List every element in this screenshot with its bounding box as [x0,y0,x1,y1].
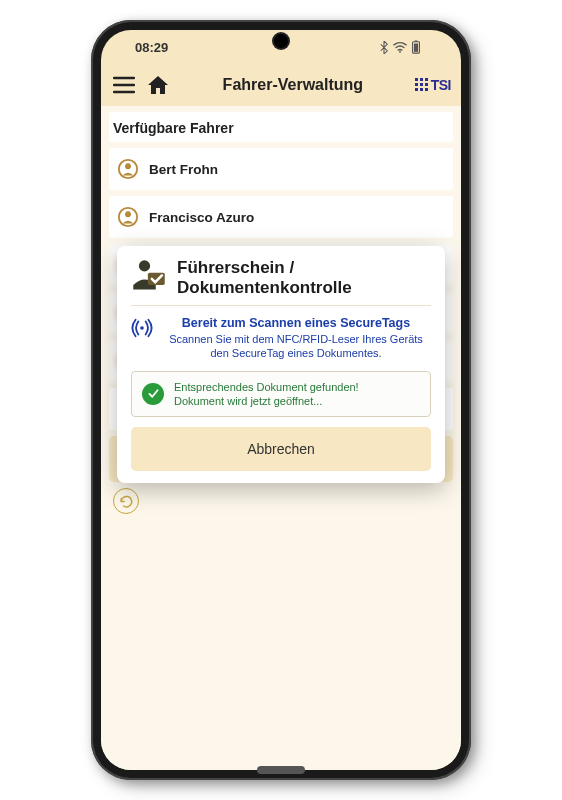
driver-row[interactable]: Francisco Azuro [109,196,453,238]
app-header: Fahrer-Verwaltung TSI [101,64,461,106]
dialog-scan-section: Bereit zum Scannen eines SecureTags Scan… [131,316,431,361]
status-line2: Dokument wird jetzt geöffnet... [174,394,359,408]
status-line1: Entsprechendes Dokument gefunden! [174,380,359,394]
home-button[interactable] [145,72,171,98]
hamburger-icon [113,76,135,94]
nfc-icon [131,318,153,342]
svg-point-14 [125,163,131,169]
home-indicator [257,766,305,774]
svg-rect-5 [420,78,423,81]
dialog-title: Führerschein / Dokumentenkontrolle [177,258,431,297]
cancel-button[interactable]: Abbrechen [131,427,431,471]
svg-rect-10 [415,88,418,91]
svg-rect-2 [415,40,418,41]
svg-point-0 [399,51,401,53]
status-time: 08:29 [121,40,168,55]
camera-notch [274,34,288,48]
logo-text: TSI [431,77,451,93]
phone-frame: 08:29 Fahrer-Verwaltung T [91,20,471,780]
driver-name: Bert Frohn [149,162,218,177]
scan-title: Bereit zum Scannen eines SecureTags [161,316,431,330]
wifi-icon [393,42,407,53]
svg-rect-8 [420,83,423,86]
brand-logo: TSI [415,77,451,93]
svg-point-16 [125,211,131,217]
section-title: Verfügbare Fahrer [109,112,453,142]
svg-point-27 [139,260,150,271]
status-icons [379,40,421,54]
svg-rect-4 [415,78,418,81]
dialog-header: Führerschein / Dokumentenkontrolle [131,258,431,306]
check-circle-icon [142,383,164,405]
menu-button[interactable] [111,72,137,98]
driver-icon [117,158,139,180]
logo-grid-icon [415,78,429,92]
svg-rect-7 [415,83,418,86]
svg-rect-6 [425,78,428,81]
status-text: Entsprechendes Dokument gefunden! Dokume… [174,380,359,409]
svg-rect-12 [425,88,428,91]
driver-row[interactable]: Bert Frohn [109,148,453,190]
driver-icon [117,206,139,228]
home-icon [147,75,169,95]
battery-icon [411,40,421,54]
bluetooth-icon [379,41,389,54]
svg-rect-3 [414,44,418,52]
content-area: Verfügbare Fahrer Bert Frohn Francisco A… [101,106,461,770]
svg-point-29 [140,326,144,330]
refresh-row [109,482,453,514]
scan-subtitle: Scannen Sie mit dem NFC/RFID-Leser Ihres… [161,332,431,361]
dialog-status: Entsprechendes Dokument gefunden! Dokume… [131,371,431,418]
svg-rect-9 [425,83,428,86]
driver-name: Francisco Azuro [149,210,254,225]
screen: 08:29 Fahrer-Verwaltung T [101,30,461,770]
page-title: Fahrer-Verwaltung [179,76,407,94]
svg-rect-11 [420,88,423,91]
document-check-icon [131,258,167,294]
refresh-button[interactable] [113,488,139,514]
refresh-icon [119,494,134,509]
scan-dialog: Führerschein / Dokumentenkontrolle [117,246,445,483]
